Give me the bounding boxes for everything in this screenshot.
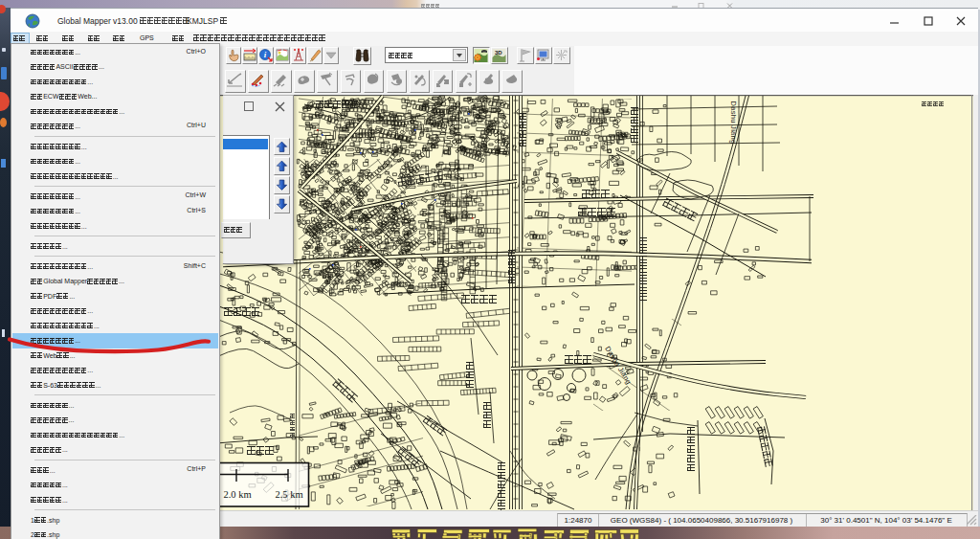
- svg-text:2.0 km: 2.0 km: [223, 489, 251, 500]
- svg-text:2.5 km: 2.5 km: [275, 489, 302, 500]
- svg-text:3D: 3D: [495, 50, 502, 56]
